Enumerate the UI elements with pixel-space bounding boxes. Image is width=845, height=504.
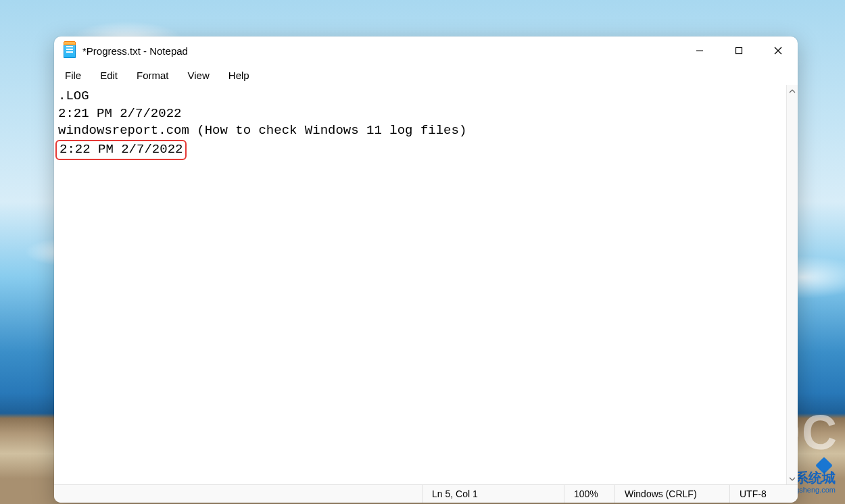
- window-title: *Progress.txt - Notepad: [82, 45, 188, 57]
- notepad-icon: [64, 43, 76, 58]
- scroll-up-button[interactable]: [787, 85, 798, 97]
- minimize-button[interactable]: [680, 36, 719, 65]
- menu-help[interactable]: Help: [220, 68, 258, 83]
- scroll-down-button[interactable]: [787, 473, 798, 484]
- minimize-icon: [696, 47, 704, 55]
- maximize-icon: [735, 47, 743, 55]
- chevron-down-icon: [789, 476, 796, 482]
- menu-view[interactable]: View: [180, 68, 218, 83]
- menu-edit[interactable]: Edit: [92, 68, 126, 83]
- desktop-background: /IDC 电脑系统城 pcxitongsheng.com *Progress.t…: [0, 0, 845, 504]
- status-spacer: [54, 485, 422, 503]
- status-encoding: UTF-8: [730, 485, 798, 503]
- text-editor[interactable]: .LOG 2:21 PM 2/7/2022 windowsreport.com …: [54, 85, 786, 484]
- status-bar: Ln 5, Col 1 100% Windows (CRLF) UTF-8: [54, 484, 798, 503]
- chevron-up-icon: [789, 88, 796, 95]
- editor-line-3: windowsreport.com (How to check Windows …: [58, 123, 466, 138]
- editor-line-1: .LOG: [58, 89, 89, 103]
- editor-container: .LOG 2:21 PM 2/7/2022 windowsreport.com …: [54, 85, 798, 484]
- editor-line-2: 2:21 PM 2/7/2022: [58, 106, 181, 121]
- close-button[interactable]: [758, 36, 798, 65]
- notepad-window: *Progress.txt - Notepad File Edit Format…: [54, 36, 798, 503]
- status-line-ending: Windows (CRLF): [615, 485, 730, 503]
- vertical-scrollbar[interactable]: [786, 85, 798, 484]
- svg-rect-1: [736, 48, 742, 54]
- editor-line-4-highlighted: 2:22 PM 2/7/2022: [55, 140, 187, 160]
- close-icon: [774, 47, 782, 55]
- menu-bar: File Edit Format View Help: [54, 65, 798, 85]
- window-controls: [680, 36, 798, 65]
- menu-format[interactable]: Format: [128, 68, 177, 83]
- status-position: Ln 5, Col 1: [422, 485, 564, 503]
- title-bar[interactable]: *Progress.txt - Notepad: [54, 36, 798, 65]
- status-zoom: 100%: [564, 485, 615, 503]
- menu-file[interactable]: File: [57, 68, 89, 83]
- maximize-button[interactable]: [719, 36, 758, 65]
